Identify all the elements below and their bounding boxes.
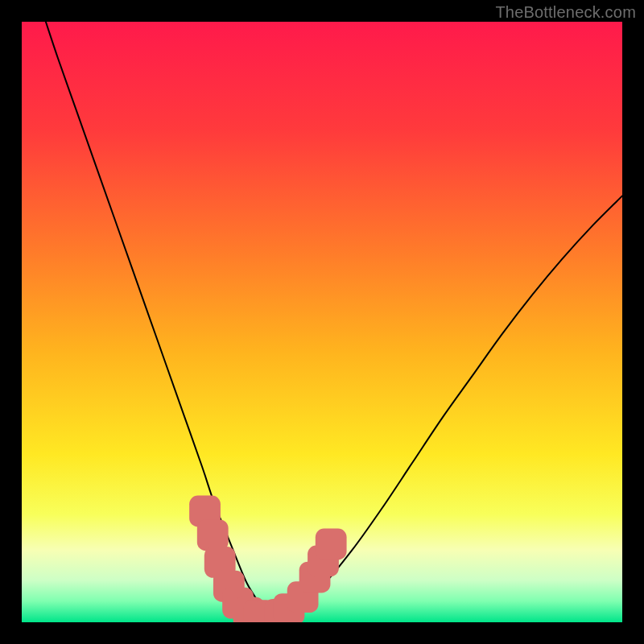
bottleneck-chart	[0, 0, 644, 644]
chart-container: TheBottleneck.com	[0, 0, 644, 644]
highlight-point	[316, 529, 347, 560]
highlight-point	[197, 519, 229, 551]
